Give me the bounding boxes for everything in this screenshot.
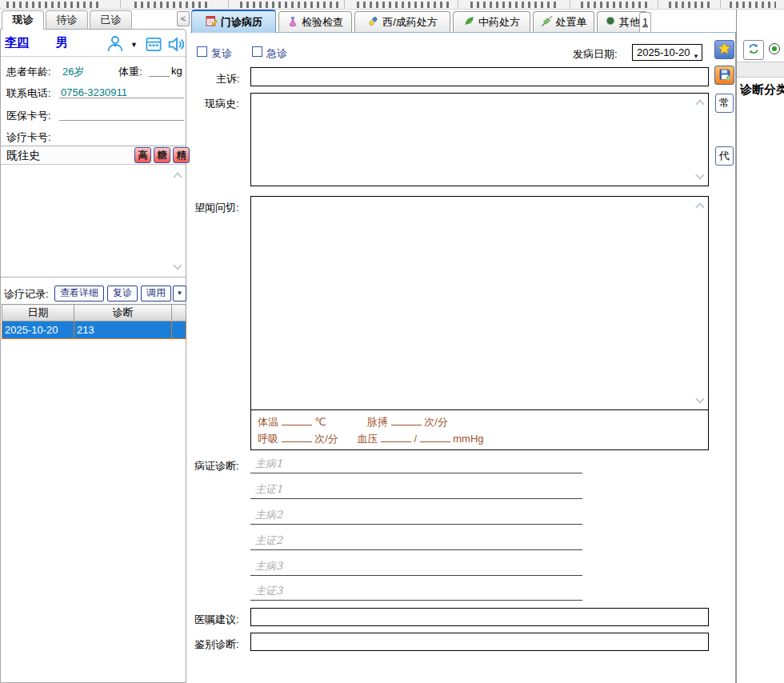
syndrome-diagnosis-label: 病证诊断:	[194, 459, 239, 473]
tab-label: 门诊病历	[221, 15, 262, 30]
tab-western-prescription[interactable]: 西/成药处方	[354, 11, 450, 32]
chief-complaint-input[interactable]	[250, 67, 709, 86]
clipped-toolbar	[0, 0, 784, 10]
main-syndrome-2-field[interactable]: 主证2	[250, 534, 582, 550]
main-disease-2-field[interactable]: 主病2	[250, 509, 582, 525]
revisit-button[interactable]: 复诊	[107, 286, 138, 302]
diagnosis-classification-panel	[736, 10, 784, 683]
psychiatric-flag-button[interactable]: 精	[173, 147, 190, 163]
main-disease-3-field[interactable]: 主病3	[250, 560, 582, 576]
scroll-down-icon[interactable]	[695, 170, 704, 179]
bp-systolic-field	[381, 432, 411, 442]
past-history-textarea[interactable]	[1, 166, 186, 278]
tab-seen[interactable]: 已诊	[90, 10, 132, 29]
past-history-title: 既往史	[6, 149, 40, 163]
emergency-checkbox[interactable]	[252, 46, 262, 57]
hypertension-flag-button[interactable]: 高	[134, 147, 151, 163]
present-illness-label: 现病史:	[205, 97, 239, 111]
records-dropdown-button[interactable]: ▼	[173, 286, 186, 302]
syringe-icon	[541, 15, 553, 30]
tab-chinese-prescription[interactable]: 中药处方	[453, 11, 530, 32]
collapse-panel-button[interactable]: <	[177, 11, 190, 26]
card-reader-icon[interactable]	[143, 34, 163, 54]
scroll-down-icon[interactable]	[173, 261, 182, 270]
tab-outpatient-record[interactable]: 门诊病历	[191, 10, 276, 33]
classification-radio[interactable]	[769, 43, 780, 54]
classification-toolbar	[737, 62, 784, 78]
tab-waiting[interactable]: 待诊	[46, 10, 88, 29]
tab-label: 检验检查	[302, 15, 343, 30]
temperature-unit: ℃	[314, 416, 326, 428]
chevron-down-icon[interactable]: ▼	[693, 49, 699, 64]
clinic-card-label: 诊疗卡号:	[6, 130, 51, 145]
refresh-icon	[747, 42, 760, 58]
patient-name-link[interactable]: 李四	[5, 35, 29, 50]
chief-complaint-label: 主诉:	[216, 72, 240, 86]
tab-label: 其他	[619, 15, 640, 30]
main-syndrome-3-field[interactable]: 主证3	[250, 585, 582, 601]
tab-stub[interactable]: 1	[639, 12, 651, 32]
scroll-down-icon[interactable]	[695, 394, 704, 403]
temperature-field	[282, 415, 312, 425]
common-phrases-button[interactable]: 常	[715, 94, 734, 113]
speaker-icon[interactable]	[165, 34, 186, 54]
insurance-card-field[interactable]	[59, 120, 184, 121]
date-column-header[interactable]: 日期	[2, 305, 74, 322]
main-disease-1-field[interactable]: 主病1	[250, 457, 582, 473]
insurance-card-label: 医保卡号:	[6, 109, 51, 123]
view-detail-button[interactable]: 查看详细	[54, 286, 104, 302]
refresh-button[interactable]	[743, 40, 764, 60]
weight-field[interactable]	[149, 65, 170, 77]
vitals-row-1: 体温 ℃ 脉搏 次/分	[258, 413, 702, 430]
four-examinations-label: 望闻问切:	[194, 201, 239, 215]
scroll-up-icon[interactable]	[695, 202, 704, 211]
record-diagnosis-cell[interactable]: 213	[74, 322, 172, 339]
respiration-unit: 次/分	[314, 433, 338, 445]
present-illness-textarea[interactable]	[250, 93, 709, 186]
respiration-label: 呼吸	[258, 433, 278, 445]
table-row[interactable]: 2025-10-20 213	[2, 322, 186, 339]
save-button[interactable]	[714, 66, 734, 85]
patient-avatar-icon[interactable]	[105, 34, 126, 54]
leaf-icon	[463, 15, 475, 29]
onset-date-value: 2025-10-20	[637, 46, 690, 58]
advice-input[interactable]	[250, 608, 709, 626]
four-examinations-textarea[interactable]	[250, 196, 709, 410]
scroll-up-icon[interactable]	[695, 99, 704, 108]
save-icon	[718, 68, 731, 83]
record-date-cell[interactable]: 2025-10-20	[2, 322, 74, 339]
main-syndrome-1-field[interactable]: 主证1	[250, 483, 582, 499]
flask-icon	[287, 15, 298, 30]
tab-disposal-order[interactable]: 处置单	[533, 11, 594, 32]
substitute-button[interactable]: 代	[715, 146, 734, 166]
treatment-records-label: 诊疗记录:	[4, 287, 49, 302]
weight-label: 体重:	[118, 65, 142, 79]
star-icon	[718, 42, 731, 58]
tab-lab-tests[interactable]: 检验检查	[278, 11, 352, 32]
bp-unit: mmHg	[453, 433, 483, 445]
recall-button[interactable]: 调用	[141, 286, 171, 302]
record-extra-cell[interactable]	[172, 322, 186, 339]
treatment-records-table: 日期 诊断 2025-10-20 213	[2, 304, 186, 339]
capsule-icon	[367, 15, 379, 30]
vitals-template-box[interactable]: 体温 ℃ 脉搏 次/分 呼吸 次/分 血压 / mmHg	[250, 410, 709, 450]
scroll-up-icon[interactable]	[173, 172, 182, 181]
onset-date-select[interactable]: 2025-10-20 ▼	[632, 44, 702, 61]
avatar-dropdown-icon[interactable]: ▼	[130, 41, 138, 49]
differential-diagnosis-input[interactable]	[250, 633, 709, 651]
field-placeholder: 主证2	[255, 533, 282, 548]
circle-icon	[605, 15, 616, 29]
age-value: 26岁	[62, 65, 84, 79]
temperature-label: 体温	[258, 416, 278, 428]
age-label: 患者年龄:	[6, 65, 51, 79]
tab-current-visit[interactable]: 现诊	[2, 10, 44, 30]
diagnosis-column-header[interactable]: 诊断	[74, 305, 172, 322]
field-placeholder: 主病2	[255, 508, 282, 522]
diabetes-flag-button[interactable]: 糖	[154, 147, 170, 163]
outpatient-emr-window: 现诊 待诊 已诊 < 李四 男 ▼ 患者年龄: 26岁 体重: kg 联系电话:…	[0, 0, 784, 683]
followup-checkbox[interactable]	[197, 46, 207, 57]
bp-diastolic-field	[420, 432, 450, 442]
emergency-checkbox-label: 急诊	[266, 46, 287, 61]
favorite-button[interactable]	[714, 40, 734, 59]
pulse-unit: 次/分	[424, 416, 448, 428]
